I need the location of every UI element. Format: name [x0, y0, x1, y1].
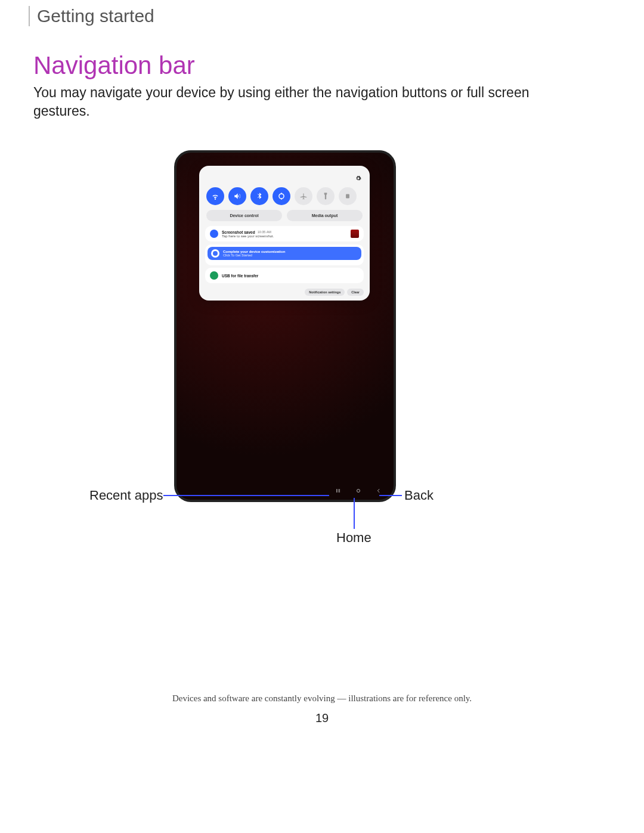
disclaimer-text: Devices and software are constantly evol… [0, 693, 644, 704]
svg-rect-2 [336, 489, 337, 493]
device-illustration: Device control Media output Screenshot s… [174, 150, 396, 502]
clear-button: Clear [347, 289, 364, 296]
svg-rect-3 [338, 489, 339, 493]
svg-rect-1 [346, 194, 349, 199]
airplane-icon [295, 187, 312, 205]
home-icon [355, 485, 361, 496]
svg-point-5 [357, 490, 360, 493]
recent-apps-label: Recent apps [89, 488, 163, 503]
usb-notification: USB for file transfer [205, 268, 364, 283]
screenshot-thumbnail [351, 230, 359, 238]
image-icon [210, 230, 218, 238]
usb-icon [210, 271, 218, 280]
extra-toggle-icon [339, 187, 357, 205]
recent-apps-icon [335, 485, 341, 496]
gear-icon [355, 173, 361, 184]
notif-title: Screenshot saved [222, 230, 255, 234]
notification-panel: Device control Media output Screenshot s… [199, 166, 370, 301]
back-label: Back [404, 488, 434, 503]
callout-line [163, 495, 329, 496]
svg-rect-4 [339, 489, 340, 493]
notif-subtitle: Tap here to see your screenshot. [222, 234, 347, 238]
page-title: Navigation bar [33, 51, 195, 80]
intro-paragraph: You may navigate your device by using ei… [33, 83, 570, 120]
setup-icon [211, 249, 219, 258]
callout-line [354, 498, 355, 529]
device-control-button: Device control [206, 210, 282, 221]
media-output-button: Media output [287, 210, 363, 221]
customization-notification: Complete your device customization Click… [208, 247, 361, 260]
notif-title: USB for file transfer [222, 274, 359, 278]
flashlight-icon [317, 187, 335, 205]
bluetooth-icon [250, 187, 268, 205]
notif-time: 10:35 AM [258, 230, 271, 234]
section-title: Getting started [37, 6, 154, 26]
rotate-icon [273, 187, 290, 205]
svg-point-0 [279, 194, 284, 199]
page-number: 19 [0, 711, 644, 725]
notif-subtitle: Click To Get Started [223, 253, 285, 257]
wifi-icon [206, 187, 224, 205]
home-label: Home [336, 530, 371, 546]
notification-settings-button: Notification settings [305, 289, 345, 296]
sound-icon [228, 187, 246, 205]
screenshot-notification: Screenshot saved 10:35 AM Tap here to se… [205, 226, 364, 241]
callout-line [379, 495, 402, 496]
